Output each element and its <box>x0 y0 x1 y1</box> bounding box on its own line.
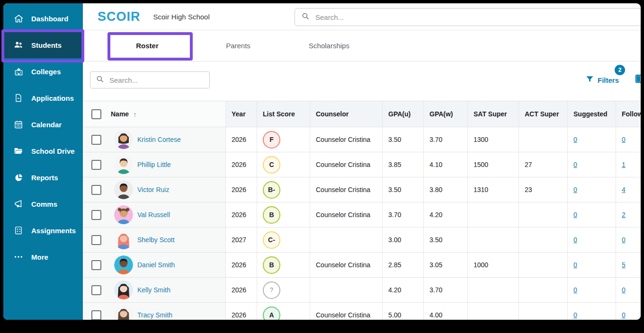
sidebar-item-label: Reports <box>31 174 58 182</box>
gpa-weighted-cell: 4.20 <box>424 202 468 227</box>
tab-scholarships[interactable]: Scholarships <box>284 30 375 61</box>
row-checkbox[interactable] <box>91 235 101 245</box>
suggested-count-link[interactable]: 0 <box>573 186 577 193</box>
gpa-unweighted-cell: 3.85 <box>383 152 424 177</box>
sidebar-item-comms[interactable]: Comms <box>3 191 83 217</box>
student-name-link[interactable]: Phillip Little <box>137 161 171 168</box>
sidebar-item-label: More <box>31 253 48 261</box>
student-name-cell: Tracy Smith <box>83 303 226 320</box>
roster-search-input[interactable] <box>108 76 209 85</box>
student-name-cell: Val Russell <box>83 202 226 227</box>
sidebar-item-label: Applications <box>31 94 74 102</box>
sidebar-item-students[interactable]: Students <box>3 32 83 58</box>
student-name-link[interactable]: Tracy Smith <box>137 311 172 319</box>
follow-count-link[interactable]: 4 <box>622 186 626 193</box>
suggested-count-link[interactable]: 0 <box>573 311 577 319</box>
select-all-checkbox[interactable] <box>91 109 101 119</box>
suggested-count-link[interactable]: 0 <box>573 261 577 269</box>
sidebar-item-school-drive[interactable]: School Drive <box>3 138 83 164</box>
gpa-weighted-cell: 3.05 <box>424 253 468 277</box>
sidebar: DashboardStudentsCollegesApplicationsCal… <box>3 3 83 320</box>
sidebar-item-label: Dashboard <box>31 15 68 23</box>
tab-roster[interactable]: Roster <box>102 30 193 61</box>
student-avatar <box>114 155 133 174</box>
follow-cell: 0 <box>616 278 641 302</box>
student-name-link[interactable]: Shelby Scott <box>137 236 175 244</box>
column-header-gpa-w-[interactable]: GPA(w) <box>424 101 468 127</box>
sidebar-item-reports[interactable]: Reports <box>3 164 83 191</box>
calendar-icon <box>13 119 24 130</box>
sidebar-item-dashboard[interactable]: Dashboard <box>3 5 83 32</box>
sat-super-cell <box>468 202 519 227</box>
follow-count-link[interactable]: 0 <box>622 286 626 294</box>
student-row: Kristin Cortese2026FCounselor Cristina3.… <box>83 127 641 152</box>
student-name-link[interactable]: Kristin Cortese <box>137 136 181 143</box>
row-checkbox[interactable] <box>91 285 101 295</box>
row-checkbox[interactable] <box>91 185 101 195</box>
student-avatar <box>114 180 133 199</box>
column-header-label: Year <box>232 110 246 118</box>
list-score-badge: B <box>263 256 280 274</box>
column-header-year[interactable]: Year <box>226 101 257 127</box>
follow-count-link[interactable]: 2 <box>622 211 626 219</box>
sidebar-item-calendar[interactable]: Calendar <box>3 111 83 138</box>
filter-funnel-icon <box>585 75 594 86</box>
list-score-cell: B- <box>257 177 310 202</box>
suggested-count-link[interactable]: 0 <box>573 136 577 143</box>
student-name-link[interactable]: Daniel Smith <box>137 261 175 269</box>
column-header-gpa-u-[interactable]: GPA(u) <box>383 101 424 127</box>
row-checkbox[interactable] <box>91 210 101 220</box>
suggested-cell: 0 <box>568 278 616 302</box>
list-score-badge: B <box>263 206 280 224</box>
column-header-act-super[interactable]: ACT Super <box>519 101 568 127</box>
global-search-box[interactable] <box>295 8 641 26</box>
main-content: SCOIR Scoir High School RosterParentsSch… <box>83 3 641 320</box>
row-checkbox[interactable] <box>91 310 101 320</box>
follow-count-link[interactable]: 1 <box>622 161 626 168</box>
tab-parents[interactable]: Parents <box>193 30 284 61</box>
sidebar-item-assignments[interactable]: Assignments <box>3 217 83 244</box>
filters-button[interactable]: Filters <box>585 75 619 86</box>
search-icon <box>301 12 310 22</box>
column-header-list-score[interactable]: List Score <box>257 101 310 127</box>
row-checkbox[interactable] <box>91 160 101 170</box>
column-settings-button[interactable] <box>635 73 641 86</box>
student-name-link[interactable]: Val Russell <box>137 211 170 219</box>
sidebar-item-more[interactable]: More <box>3 244 83 270</box>
follow-count-link[interactable]: 0 <box>622 236 626 244</box>
counselor-cell <box>310 228 383 252</box>
column-header-sat-super[interactable]: SAT Super <box>468 101 519 127</box>
global-search-input[interactable] <box>314 13 641 22</box>
column-header-counselor[interactable]: Counselor <box>310 101 383 127</box>
column-header-follow[interactable]: Follow <box>616 101 641 127</box>
roster-search-box[interactable] <box>90 71 210 88</box>
sidebar-item-colleges[interactable]: Colleges <box>3 58 83 85</box>
sat-super-cell: 1000 <box>468 253 519 277</box>
follow-cell: 2 <box>616 202 641 227</box>
megaphone-icon <box>13 199 24 209</box>
year-cell: 2026 <box>226 278 257 302</box>
app-window: DashboardStudentsCollegesApplicationsCal… <box>3 3 641 320</box>
row-checkbox[interactable] <box>91 135 101 145</box>
column-header-name[interactable]: Name↑ <box>83 101 226 127</box>
column-header-suggested[interactable]: Suggested <box>568 101 616 127</box>
gpa-weighted-cell: 4.00 <box>424 303 468 320</box>
suggested-count-link[interactable]: 0 <box>573 211 577 219</box>
follow-count-link[interactable]: 0 <box>622 311 626 319</box>
sidebar-item-applications[interactable]: Applications <box>3 85 83 111</box>
row-checkbox[interactable] <box>91 260 101 270</box>
suggested-count-link[interactable]: 0 <box>573 236 577 244</box>
counselor-cell: Counselor Cristina <box>310 127 383 152</box>
student-row: Shelby Scott2027C-3.003.5000 <box>83 228 641 253</box>
suggested-cell: 0 <box>568 253 616 277</box>
suggested-count-link[interactable]: 0 <box>573 161 577 168</box>
follow-count-link[interactable]: 5 <box>622 261 626 269</box>
student-name-link[interactable]: Kelly Smith <box>137 286 170 294</box>
year-cell: 2026 <box>226 152 257 177</box>
column-header-label: Follow <box>622 110 641 118</box>
student-name-link[interactable]: Victor Ruiz <box>137 186 169 193</box>
suggested-count-link[interactable]: 0 <box>573 286 577 294</box>
list-score-cell: C <box>257 152 310 177</box>
students-table: Name↑YearList ScoreCounselorGPA(u)GPA(w)… <box>83 101 641 320</box>
follow-count-link[interactable]: 0 <box>622 136 626 143</box>
